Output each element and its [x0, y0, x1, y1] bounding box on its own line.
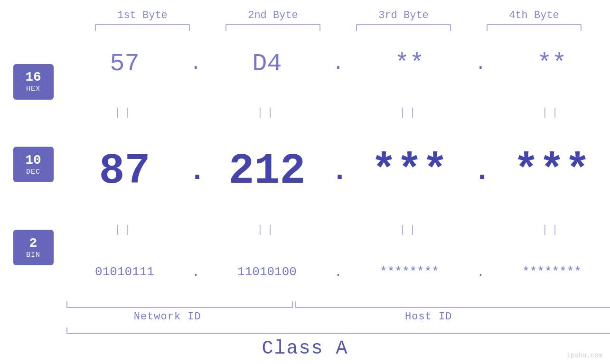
- full-bottom-bracket: [66, 327, 610, 334]
- hex-row: 57 . D4 . ** . **: [66, 50, 610, 78]
- bracket-b1: [95, 24, 190, 31]
- byte-headers: 1st Byte 2nd Byte 3rd Byte 4th Byte: [77, 9, 600, 21]
- id-labels: Network ID Host ID: [66, 311, 589, 323]
- bottom-section: Network ID Host ID Class A: [0, 299, 610, 364]
- values-grid: 57 . D4 . ** . ** || || || || 87: [66, 31, 610, 299]
- dec-dot3: .: [474, 155, 488, 187]
- bin-dot1: .: [189, 265, 203, 280]
- dec-v4: ***: [500, 147, 604, 196]
- hex-dot2: .: [331, 54, 346, 74]
- watermark: ipshu.com: [566, 352, 602, 359]
- eq2-c2: ||: [215, 224, 319, 236]
- left-badges: 16 HEX 10 DEC 2 BIN: [0, 31, 66, 299]
- eq1-c4: ||: [500, 107, 604, 119]
- bin-v1: 01010111: [73, 265, 177, 279]
- bin-badge: 2 BIN: [13, 230, 54, 265]
- main-container: 1st Byte 2nd Byte 3rd Byte 4th Byte 16 H…: [0, 0, 610, 364]
- hex-badge: 16 HEX: [13, 64, 54, 100]
- byte-2-header: 2nd Byte: [221, 9, 325, 21]
- byte-1-header: 1st Byte: [90, 9, 195, 21]
- sub-brackets: [66, 299, 589, 308]
- dec-v1: 87: [73, 147, 177, 196]
- bin-badge-label: BIN: [26, 251, 40, 259]
- hex-dot1: .: [189, 54, 203, 74]
- host-bracket: [295, 301, 610, 308]
- host-id-label: Host ID: [269, 311, 589, 323]
- eq2-c3: ||: [357, 224, 462, 236]
- dec-v3: ***: [357, 147, 462, 196]
- equals-row-2: || || || ||: [66, 224, 610, 236]
- equals-row-1: || || || ||: [66, 107, 610, 119]
- bracket-b3: [356, 24, 451, 31]
- dec-badge: 10 DEC: [13, 147, 54, 182]
- eq2-c4: ||: [500, 224, 604, 236]
- bin-v4: ********: [500, 265, 604, 279]
- eq1-c2: ||: [215, 107, 319, 119]
- bin-dot2: .: [331, 265, 346, 280]
- dec-v2: 212: [215, 147, 319, 196]
- dec-row: 87 . 212 . *** . ***: [66, 147, 610, 196]
- bracket-b4: [487, 24, 582, 31]
- eq1-c1: ||: [73, 107, 177, 119]
- dec-dot1: .: [189, 155, 203, 187]
- byte-3-header: 3rd Byte: [351, 9, 456, 21]
- bracket-b2: [225, 24, 320, 31]
- bin-v2: 11010100: [215, 265, 319, 279]
- hex-badge-number: 16: [25, 70, 41, 85]
- network-bracket: [66, 301, 293, 308]
- bin-dot3: .: [474, 265, 488, 280]
- bin-v3: ********: [357, 265, 462, 279]
- eq1-c3: ||: [357, 107, 462, 119]
- hex-v2: D4: [215, 50, 319, 78]
- content-area: 16 HEX 10 DEC 2 BIN 57 . D4 . ** . **: [0, 31, 610, 299]
- hex-v1: 57: [73, 50, 177, 78]
- dec-badge-number: 10: [25, 153, 41, 168]
- bin-badge-number: 2: [29, 236, 38, 251]
- byte-4-header: 4th Byte: [482, 9, 586, 21]
- class-label: Class A: [0, 338, 610, 359]
- network-id-label: Network ID: [66, 311, 269, 323]
- dec-dot2: .: [331, 155, 346, 187]
- eq2-c1: ||: [73, 224, 177, 236]
- hex-v3: **: [357, 50, 462, 78]
- hex-v4: **: [500, 50, 604, 78]
- hex-dot3: .: [474, 54, 488, 74]
- dec-badge-label: DEC: [26, 168, 40, 176]
- top-brackets: [77, 24, 600, 31]
- hex-badge-label: HEX: [26, 85, 40, 93]
- bin-row: 01010111 . 11010100 . ******** . *******…: [66, 265, 610, 280]
